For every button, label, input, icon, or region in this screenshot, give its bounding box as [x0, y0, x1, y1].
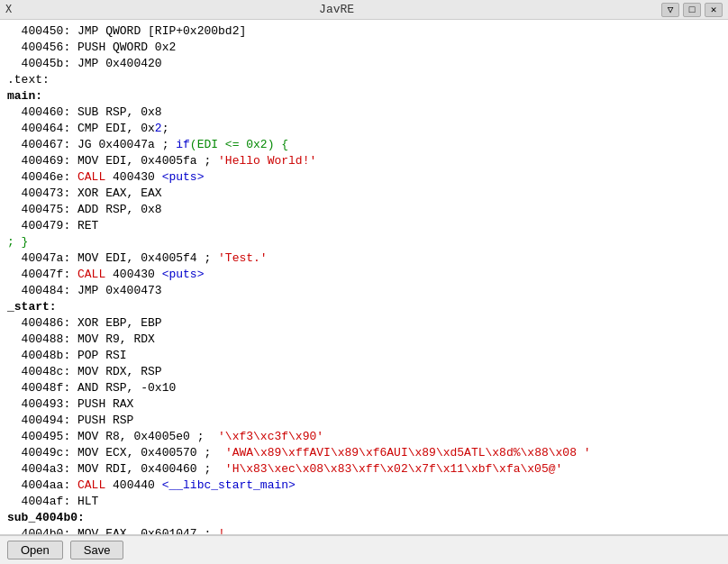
table-row: 400473: XOR EAX, EAX: [7, 186, 721, 202]
table-row: 400475: ADD RSP, 0x8: [7, 202, 721, 218]
table-row: 400464: CMP EDI, 0x2;: [7, 121, 721, 137]
table-row: 40048f: AND RSP, -0x10: [7, 380, 721, 396]
table-row: 400486: XOR EBP, EBP: [7, 315, 721, 332]
table-row: 4004af: HLT: [7, 494, 721, 510]
table-row: sub_4004b0:: [7, 510, 721, 526]
code-display[interactable]: 400450: JMP QWORD [RIP+0x200bd2] 400456:…: [0, 20, 728, 535]
table-row: 400467: JG 0x40047a ; if(EDI <= 0x2) {: [7, 137, 721, 153]
table-row: 4004aa: CALL 400440 <__libc_start_main>: [7, 478, 721, 494]
table-row: 400456: PUSH QWORD 0x2: [7, 40, 721, 56]
title-bar-left: X: [5, 4, 12, 16]
table-row: 400479: RET: [7, 218, 721, 234]
table-row: 400488: MOV R9, RDX: [7, 332, 721, 348]
table-row: 40048c: MOV RDX, RSP: [7, 364, 721, 380]
title-bar: X JavRE ▽ □ ✕: [0, 0, 728, 20]
table-row: 4004b0: MOV EAX, 0x601047 ; !...: [7, 526, 721, 535]
table-row: 400450: JMP QWORD [RIP+0x200bd2]: [7, 23, 721, 40]
table-row: 400484: JMP 0x400473: [7, 283, 721, 299]
save-button[interactable]: Save: [70, 541, 124, 559]
table-row: 40048b: POP RSI: [7, 348, 721, 364]
table-row: 400469: MOV EDI, 0x4005fa ; 'Hello World…: [7, 153, 721, 169]
table-row: .text:: [7, 72, 721, 88]
table-row: 400493: PUSH RAX: [7, 396, 721, 413]
table-row: main:: [7, 88, 721, 105]
title-bar-controls: ▽ □ ✕: [661, 3, 723, 17]
table-row: 40045b: JMP 0x400420: [7, 56, 721, 72]
table-row: 400494: PUSH RSP: [7, 413, 721, 429]
close-window-button[interactable]: ✕: [705, 3, 723, 17]
table-row: 400460: SUB RSP, 0x8: [7, 105, 721, 121]
bottom-bar: Open Save: [0, 535, 728, 564]
table-row: 400495: MOV R8, 0x4005e0 ; '\xf3\xc3f\x9…: [7, 429, 721, 445]
maximize-button[interactable]: □: [683, 3, 701, 17]
table-row: ; }: [7, 234, 721, 250]
table-row: 40047f: CALL 400430 <puts>: [7, 267, 721, 283]
open-button[interactable]: Open: [7, 541, 63, 559]
close-icon[interactable]: X: [5, 4, 12, 16]
window-title: JavRE: [319, 3, 354, 16]
minimize-button[interactable]: ▽: [661, 3, 679, 17]
table-row: 40047a: MOV EDI, 0x4005f4 ; 'Test.': [7, 250, 721, 267]
table-row: 40046e: CALL 400430 <puts>: [7, 169, 721, 186]
table-row: 4004a3: MOV RDI, 0x400460 ; 'H\x83\xec\x…: [7, 461, 721, 478]
table-row: _start:: [7, 299, 721, 315]
table-row: 40049c: MOV ECX, 0x400570 ; 'AWA\x89\xff…: [7, 445, 721, 461]
